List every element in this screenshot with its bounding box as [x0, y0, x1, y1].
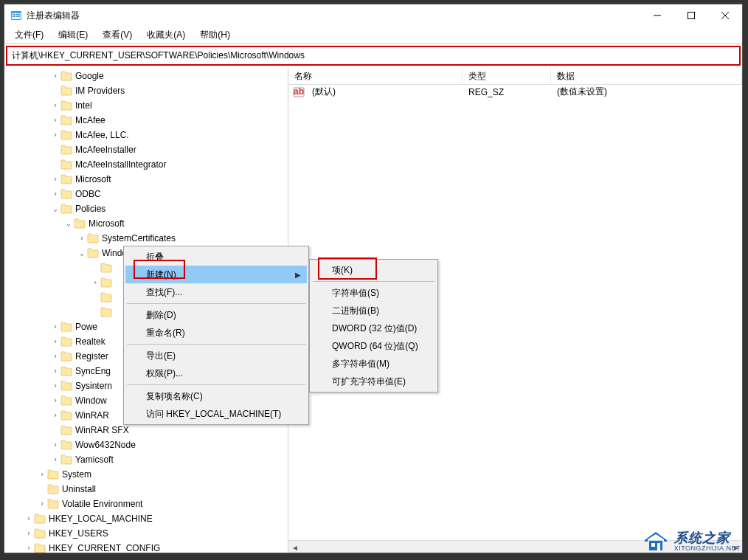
expand-icon[interactable]: › — [50, 411, 60, 419]
ctx-find[interactable]: 查找(F)... — [125, 283, 307, 301]
menu-file[interactable]: 文件(F) — [7, 27, 51, 43]
menu-view[interactable]: 查看(V) — [95, 27, 139, 43]
sub-string[interactable]: 字符串值(S) — [311, 284, 436, 302]
col-type[interactable]: 类型 — [463, 67, 551, 84]
address-bar[interactable] — [12, 51, 735, 61]
folder-icon — [100, 277, 112, 288]
ctx-delete[interactable]: 删除(D) — [125, 306, 307, 324]
ctx-export[interactable]: 导出(E) — [125, 347, 307, 364]
ctx-rename[interactable]: 重命名(R) — [125, 324, 307, 342]
sub-expandstring[interactable]: 可扩充字符串值(E) — [311, 373, 436, 390]
sub-multistring[interactable]: 多字符串值(M) — [311, 355, 436, 373]
collapse-icon[interactable]: ⌄ — [77, 249, 87, 257]
folder-icon — [60, 381, 72, 391]
tree-node[interactable]: Uninstall — [4, 482, 288, 497]
svg-text:ab: ab — [294, 86, 304, 97]
tree-label: HKEY_CURRENT_CONFIG — [49, 543, 165, 553]
tree-node[interactable]: ›System — [4, 467, 288, 482]
tree-label: Realtek — [75, 336, 110, 347]
expand-icon[interactable]: › — [37, 470, 47, 478]
close-button[interactable] — [708, 4, 742, 27]
svg-rect-7 — [688, 13, 695, 19]
expand-icon[interactable]: › — [50, 175, 60, 183]
expand-icon[interactable]: › — [77, 234, 87, 242]
tree-label: Intel — [75, 100, 97, 111]
tree-node[interactable]: ›Wow6432Node — [4, 438, 288, 452]
menu-favorites[interactable]: 收藏夹(A) — [139, 27, 193, 43]
tree-node[interactable]: ›McAfee, LLC. — [4, 128, 288, 142]
tree-node[interactable]: ›Intel — [4, 98, 288, 113]
sub-key[interactable]: 项(K) — [311, 261, 436, 279]
tree-node[interactable]: ⌄Microsoft — [4, 216, 288, 231]
expand-icon[interactable]: › — [50, 72, 60, 80]
expand-icon[interactable]: › — [50, 131, 60, 139]
col-name[interactable]: 名称 — [288, 67, 463, 84]
ctx-new[interactable]: 新建(N)▶ — [125, 266, 307, 283]
sub-binary[interactable]: 二进制值(B) — [311, 302, 436, 319]
expand-icon[interactable]: › — [50, 337, 60, 345]
ctx-copy-key-name[interactable]: 复制项名称(C) — [125, 387, 307, 405]
expand-icon[interactable]: › — [50, 455, 60, 463]
collapse-icon[interactable]: ⌄ — [50, 204, 60, 212]
submenu-arrow-icon: ▶ — [295, 271, 301, 279]
expand-icon[interactable]: › — [24, 544, 34, 552]
watermark-url: XITONGZHIJIA.NET — [674, 545, 741, 552]
menu-edit[interactable]: 编辑(E) — [51, 27, 95, 43]
tree-node[interactable]: ›HKEY_USERS — [4, 526, 288, 541]
expand-icon[interactable]: › — [50, 101, 60, 109]
expand-icon[interactable]: › — [24, 529, 34, 537]
ctx-collapse[interactable]: 折叠 — [125, 248, 307, 266]
titlebar[interactable]: 注册表编辑器 — [4, 4, 742, 27]
maximize-button[interactable] — [674, 4, 708, 27]
tree-node[interactable]: ›Google — [4, 69, 288, 83]
expand-icon[interactable]: › — [90, 278, 100, 286]
cell-type: REG_SZ — [463, 87, 551, 97]
expand-icon[interactable]: › — [50, 367, 60, 375]
expand-icon[interactable]: › — [50, 396, 60, 404]
tree-label: Window — [75, 395, 111, 406]
menu-help[interactable]: 帮助(H) — [193, 27, 238, 43]
expand-icon[interactable]: › — [50, 440, 60, 449]
expand-icon[interactable]: › — [50, 352, 60, 360]
expand-icon[interactable]: › — [50, 116, 60, 124]
tree-node[interactable]: ›ODBC — [4, 187, 288, 201]
svg-rect-4 — [16, 14, 20, 15]
sub-dword[interactable]: DWORD (32 位)值(D) — [311, 319, 436, 337]
expand-icon[interactable]: › — [50, 381, 60, 390]
ctx-permissions[interactable]: 权限(P)... — [125, 364, 307, 382]
watermark-house-icon — [642, 530, 670, 553]
tree-label: ODBC — [75, 189, 105, 199]
tree-node[interactable]: ›Yamicsoft — [4, 452, 288, 467]
tree-node[interactable]: ›HKEY_LOCAL_MACHINE — [4, 511, 288, 526]
tree-label: McAfee, LLC. — [75, 130, 134, 140]
tree-node[interactable]: McAfeeInstallIntegrator — [4, 157, 288, 172]
tree-label: Yamicsoft — [75, 454, 118, 465]
tree-node[interactable]: ›SystemCertificates — [4, 231, 288, 246]
tree-label: Wow6432Node — [75, 440, 140, 450]
tree-node[interactable]: ⌄Policies — [4, 201, 288, 216]
tree-label: McAfeeInstaller — [75, 145, 141, 155]
scroll-left-icon[interactable]: ◂ — [288, 541, 301, 553]
col-data[interactable]: 数据 — [551, 67, 742, 84]
separator — [127, 303, 305, 304]
folder-icon — [34, 528, 46, 539]
expand-icon[interactable]: › — [50, 322, 60, 331]
tree-node[interactable]: ›Microsoft — [4, 172, 288, 187]
tree-node[interactable]: McAfeeInstaller — [4, 142, 288, 157]
collapse-icon[interactable]: ⌄ — [63, 219, 74, 227]
expand-icon[interactable]: › — [50, 190, 60, 198]
tree-node[interactable]: ›Volatile Environment — [4, 497, 288, 511]
folder-icon — [60, 395, 72, 406]
sub-qword[interactable]: QWORD (64 位)值(Q) — [311, 337, 436, 355]
minimize-button[interactable] — [640, 4, 674, 27]
folder-icon — [60, 410, 72, 421]
tree-label: Google — [75, 71, 108, 81]
separator — [127, 344, 305, 345]
tree-node[interactable]: ›McAfee — [4, 113, 288, 128]
list-row[interactable]: ab (默认) REG_SZ (数值未设置) — [288, 85, 742, 100]
tree-node[interactable]: IM Providers — [4, 83, 288, 98]
tree-node[interactable]: ›HKEY_CURRENT_CONFIG — [4, 541, 288, 553]
ctx-goto-hklm[interactable]: 访问 HKEY_LOCAL_MACHINE(T) — [125, 405, 307, 423]
expand-icon[interactable]: › — [37, 499, 47, 508]
expand-icon[interactable]: › — [24, 514, 34, 522]
